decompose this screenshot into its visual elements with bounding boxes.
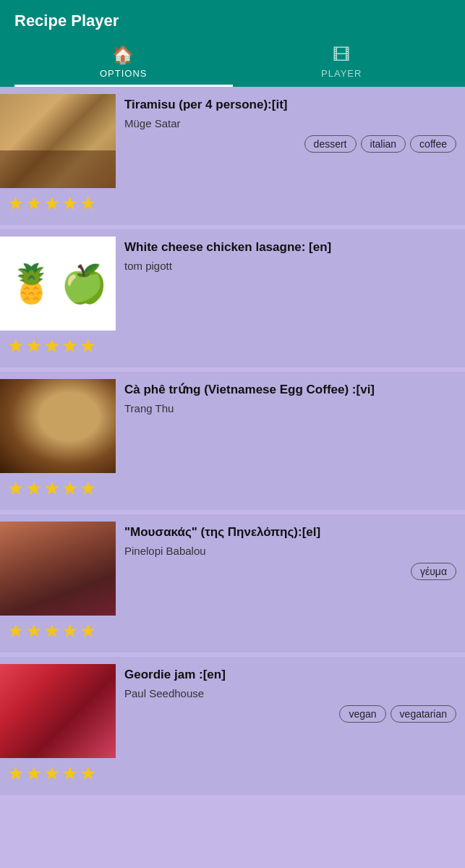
recipe-info: Tiramisu (per 4 persone):[it] Müge Satar… — [124, 94, 456, 153]
recipe-tags: γέυμα — [124, 563, 456, 580]
recipe-tags: dessert italian coffee — [124, 135, 456, 153]
recipe-info: Geordie jam :[en] Paul Seedhouse vegan v… — [124, 664, 456, 723]
tag-dessert[interactable]: dessert — [304, 135, 357, 153]
app-container: Recipe Player 🏠 OPTIONS 🎞 PLAYER Tiramis… — [0, 0, 465, 799]
recipe-info: Cà phê trứng (Vietnamese Egg Coffee) :[v… — [124, 379, 456, 420]
list-item[interactable]: Geordie jam :[en] Paul Seedhouse vegan v… — [0, 657, 465, 795]
tag-coffee[interactable]: coffee — [410, 135, 456, 153]
recipe-thumbnail — [0, 522, 116, 616]
recipe-title: Geordie jam :[en] — [124, 667, 456, 683]
recipe-author: Pinelopi Babalou — [124, 545, 456, 557]
app-title: Recipe Player — [14, 12, 451, 39]
tab-bar: 🏠 OPTIONS 🎞 PLAYER — [14, 39, 451, 87]
tab-player-label: PLAYER — [321, 68, 362, 79]
recipe-tags: vegan vegatarian — [124, 705, 456, 723]
tab-options-label: OPTIONS — [100, 68, 148, 79]
recipe-author: Müge Satar — [124, 117, 456, 129]
recipe-main: Cà phê trứng (Vietnamese Egg Coffee) :[v… — [0, 379, 456, 473]
header: Recipe Player 🏠 OPTIONS 🎞 PLAYER — [0, 0, 465, 87]
recipe-author: tom pigott — [124, 260, 456, 272]
recipe-main: 🍍 🍏 White cheese chicken lasagne: [en] t… — [0, 237, 456, 331]
recipe-thumbnail — [0, 664, 116, 758]
tag-vegatarian[interactable]: vegatarian — [391, 705, 456, 723]
film-icon: 🎞 — [333, 45, 351, 65]
recipe-thumbnail — [0, 379, 116, 473]
recipe-title: "Μουσακάς" (της Πηνελόπης):[el] — [124, 524, 456, 540]
apple-icon: 🍏 — [61, 262, 108, 306]
recipe-main: Tiramisu (per 4 persone):[it] Müge Satar… — [0, 94, 456, 188]
tab-player[interactable]: 🎞 PLAYER — [233, 39, 451, 87]
recipe-main: Geordie jam :[en] Paul Seedhouse vegan v… — [0, 664, 456, 758]
fruit-icons: 🍍 🍏 — [0, 237, 116, 331]
recipe-author: Paul Seedhouse — [124, 687, 456, 699]
pineapple-icon: 🍍 — [8, 262, 55, 306]
recipe-info: "Μουσακάς" (της Πηνελόπης):[el] Pinelopi… — [124, 522, 456, 580]
tab-options[interactable]: 🏠 OPTIONS — [14, 39, 233, 87]
recipe-title: White cheese chicken lasagne: [en] — [124, 239, 456, 255]
tag-vegan[interactable]: vegan — [339, 705, 385, 723]
recipe-thumbnail — [0, 94, 116, 188]
recipe-stars: ★★★★★ — [0, 331, 456, 360]
list-item[interactable]: "Μουσακάς" (της Πηνελόπης):[el] Pinelopi… — [0, 514, 465, 652]
recipe-stars: ★★★★★ — [0, 473, 456, 503]
recipe-thumbnail: 🍍 🍏 — [0, 237, 116, 331]
recipe-stars: ★★★★★ — [0, 188, 456, 218]
recipe-title: Cà phê trứng (Vietnamese Egg Coffee) :[v… — [124, 382, 456, 398]
recipe-main: "Μουσακάς" (της Πηνελόπης):[el] Pinelopi… — [0, 522, 456, 616]
recipe-info: White cheese chicken lasagne: [en] tom p… — [124, 237, 456, 278]
list-item[interactable]: Tiramisu (per 4 persone):[it] Müge Satar… — [0, 87, 465, 225]
list-item[interactable]: Cà phê trứng (Vietnamese Egg Coffee) :[v… — [0, 372, 465, 510]
list-item[interactable]: 🍍 🍏 White cheese chicken lasagne: [en] t… — [0, 229, 465, 367]
recipe-author: Trang Thu — [124, 402, 456, 414]
recipe-title: Tiramisu (per 4 persone):[it] — [124, 97, 456, 113]
recipe-stars: ★★★★★ — [0, 616, 456, 645]
home-icon: 🏠 — [112, 45, 135, 65]
tag-gevma[interactable]: γέυμα — [411, 563, 456, 580]
tag-italian[interactable]: italian — [361, 135, 406, 153]
recipe-stars: ★★★★★ — [0, 758, 456, 788]
recipe-list: Tiramisu (per 4 persone):[it] Müge Satar… — [0, 87, 465, 799]
